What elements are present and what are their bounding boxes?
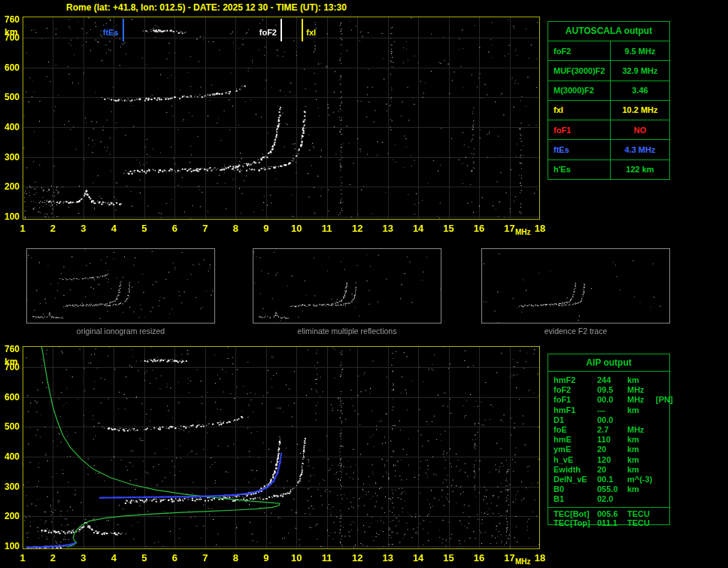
aip-tec-row-TEC[Bot]: TEC[Bot]005.6TECU: [548, 509, 669, 519]
aip-row-label: B0: [554, 484, 597, 494]
aip-output-table: AIP output hmF2244kmfoF209.5MHzfoF100.0M…: [548, 354, 670, 525]
aip-tec-value: 011.1: [597, 518, 627, 528]
aip-tec-row-TEC[Top]: TEC[Top]011.1TECU: [548, 518, 669, 528]
aip-table-title: AIP output: [548, 354, 669, 372]
thumbnail-filtered-canvas: [253, 248, 441, 323]
aip-row-unit: MHz: [627, 395, 656, 405]
aip-row-foF1: foF100.0MHz[PN]: [548, 395, 669, 405]
x-tick-label: 12: [348, 552, 366, 563]
y-tick-label: 400: [0, 451, 20, 462]
aip-row-value: 00.0: [597, 395, 627, 405]
aip-row-label: hmF2: [554, 375, 597, 385]
y-tick-label: 300: [0, 481, 20, 492]
aip-row-value: ---: [597, 405, 627, 415]
x-tick-label: 15: [440, 223, 458, 234]
aip-row-Ewidth: Ewidth20km: [548, 465, 669, 475]
x-tick-label: 4: [105, 223, 123, 234]
aip-row-value: 244: [597, 375, 627, 385]
aip-row-label: B1: [554, 494, 597, 504]
x-tick-label: 2: [44, 552, 62, 563]
autoscala-row-value: 9.5 MHz: [610, 41, 669, 60]
aip-row-hmF2: hmF2244km: [548, 375, 669, 385]
aip-row-unit: [627, 415, 656, 425]
x-tick-label: 8: [226, 552, 244, 563]
aip-row-D1: D100.0: [548, 415, 669, 425]
thumbnail-filtered-caption: eliminate multiple reflections: [253, 327, 441, 336]
top-km-axis-unit: km: [5, 27, 17, 38]
x-tick-label: 9: [257, 223, 275, 234]
thumbnail-original-caption: original ionogram resized: [26, 327, 215, 336]
aip-row-unit: km: [627, 455, 656, 465]
aip-row-label: foE: [554, 425, 597, 435]
x-tick-label: 4: [105, 552, 123, 563]
autoscala-table-title: AUTOSCALA output: [548, 22, 669, 41]
aip-row-unit: MHz: [627, 425, 656, 435]
x-tick-label: 7: [196, 552, 214, 563]
aip-row-value: 2.7: [597, 425, 627, 435]
x-tick-label: 6: [165, 223, 184, 234]
x-tick-label: 9: [257, 552, 275, 563]
autoscala-row-label: fxI: [548, 101, 610, 120]
aip-row-note: [656, 465, 669, 475]
autoscala-row-value: 3.46: [610, 81, 669, 100]
aip-row-note: [656, 405, 669, 415]
autoscala-row-MUF(3000)F2: MUF(3000)F232.9 MHz: [548, 60, 669, 80]
aip-row-label: hmF1: [554, 405, 597, 415]
autoscala-row-label: foF2: [548, 41, 610, 60]
autoscala-row-fxI: fxI10.2 MHz: [548, 100, 669, 120]
aip-row-note: [656, 475, 669, 484]
aip-tec-unit: TECU: [627, 509, 669, 519]
x-tick-label: 11: [318, 223, 336, 234]
aip-row-label: foF2: [554, 385, 597, 395]
thumbnail-f2-trace: [481, 248, 670, 323]
aip-row-note: [656, 435, 669, 445]
autoscala-row-value: NO: [610, 120, 669, 139]
aip-tec-value: 005.6: [597, 509, 627, 519]
aip-tec-label: TEC[Bot]: [554, 509, 597, 519]
bottom-mhz-axis-unit: MHz: [515, 557, 531, 566]
aip-row-unit: km: [627, 484, 656, 494]
aip-row-value: 00.1: [597, 475, 627, 484]
x-tick-label: 13: [379, 552, 397, 563]
aip-row-h_vE: h_vE120km: [548, 455, 669, 465]
x-tick-label: 14: [409, 552, 427, 563]
x-tick-label: 2: [44, 223, 62, 234]
aip-row-unit: km: [627, 465, 656, 475]
thumbnail-f2-caption: evidence F2 trace: [481, 327, 670, 336]
aip-row-hmE: hmE110km: [548, 435, 669, 445]
x-tick-label: 15: [440, 552, 458, 563]
aip-row-note: [656, 494, 669, 504]
autoscala-row-value: 4.3 MHz: [610, 140, 669, 159]
x-tick-label: 3: [74, 223, 93, 234]
bottom-ionogram-canvas: [23, 346, 540, 549]
top-ionogram-plot: [23, 17, 540, 220]
aip-row-note: [656, 415, 669, 425]
aip-row-value: 09.5: [597, 385, 627, 395]
aip-row-unit: [627, 494, 656, 504]
x-tick-label: 14: [409, 223, 427, 234]
thumbnail-f2-canvas: [481, 248, 670, 323]
aip-row-value: 055.0: [597, 484, 627, 494]
x-tick-label: 16: [470, 223, 488, 234]
aip-tec-label: TEC[Top]: [554, 518, 597, 528]
autoscala-row-label: h'Es: [548, 160, 610, 179]
y-tick-label: 100: [0, 541, 20, 551]
autoscala-row-label: ftEs: [548, 140, 610, 159]
aip-row-value: 00.0: [597, 415, 627, 425]
autoscala-table-rows: foF29.5 MHzMUF(3000)F232.9 MHzM(3000)F23…: [548, 41, 669, 179]
x-tick-label: 6: [165, 552, 184, 563]
aip-row-DelN_vE: DelN_vE00.1m^(-3): [548, 475, 669, 484]
x-tick-label: 1: [14, 552, 32, 563]
x-tick-label: 5: [135, 223, 153, 234]
autoscala-row-value: 122 km: [610, 160, 669, 179]
autoscala-row-label: MUF(3000)F2: [548, 61, 610, 80]
x-tick-label: 3: [74, 552, 93, 563]
autoscala-row-ftEs: ftEs4.3 MHz: [548, 139, 669, 159]
autoscala-row-foF2: foF29.5 MHz: [548, 41, 669, 60]
aip-row-label: D1: [554, 415, 597, 425]
aip-row-label: foF1: [554, 395, 597, 405]
x-tick-label: 13: [379, 223, 397, 234]
y-tick-label: 500: [0, 92, 20, 102]
aip-tec-rows: TEC[Bot]005.6TECUTEC[Top]011.1TECU: [548, 508, 669, 528]
thumbnail-filtered-ionogram: [253, 248, 441, 323]
